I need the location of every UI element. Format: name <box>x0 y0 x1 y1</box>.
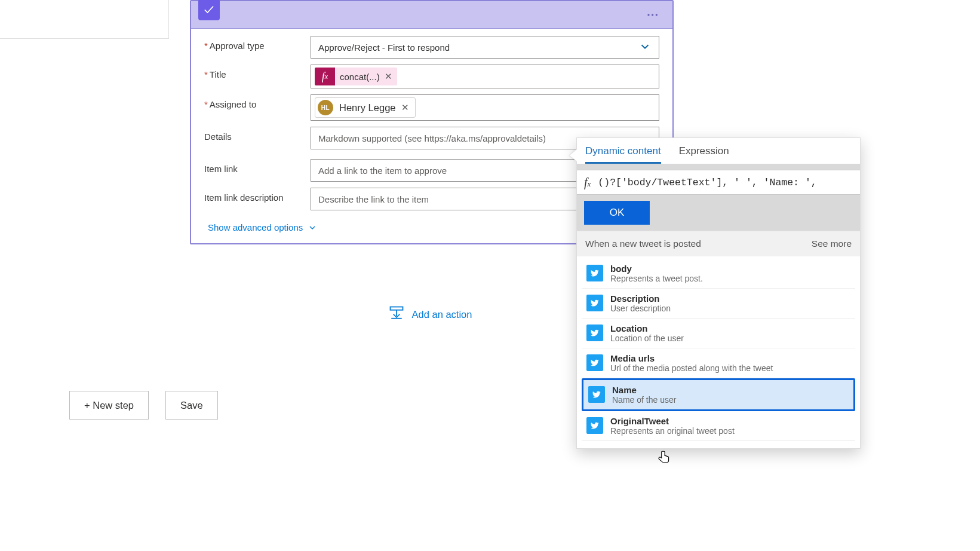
dyn-item-name[interactable]: NameName of the user <box>582 378 855 411</box>
label-approval-type: *Approval type <box>204 36 311 51</box>
remove-person-icon[interactable]: ✕ <box>401 102 409 113</box>
dyn-item-title: OriginalTweet <box>610 416 850 426</box>
twitter-icon <box>586 295 603 311</box>
label-details: Details <box>204 127 311 142</box>
cursor-icon <box>656 449 672 467</box>
dyn-item-location[interactable]: LocationLocation of the user <box>582 319 855 348</box>
twitter-icon <box>586 354 603 371</box>
save-button[interactable]: Save <box>165 391 218 420</box>
show-advanced-toggle[interactable]: Show advanced options <box>208 222 317 232</box>
person-token[interactable]: HL Henry Legge ✕ <box>315 97 416 118</box>
dynamic-section-header: When a new tweet is posted See more <box>577 231 860 256</box>
fx-badge-icon: fx <box>315 68 335 85</box>
svg-point-1 <box>652 14 653 16</box>
dyn-item-title: Description <box>610 293 850 304</box>
fx-token[interactable]: fx concat(...) ✕ <box>315 68 397 85</box>
approval-icon <box>198 0 220 20</box>
dyn-item-desc: Url of the media posted along with the t… <box>610 363 850 373</box>
dyn-item-desc: User description <box>610 304 850 313</box>
title-field[interactable]: fx concat(...) ✕ <box>311 65 659 88</box>
dyn-item-desc: Represents a tweet post. <box>610 274 850 283</box>
twitter-icon <box>586 325 603 341</box>
chevron-down-icon <box>638 40 652 55</box>
fx-icon: fx <box>584 176 591 189</box>
remove-token-icon[interactable]: ✕ <box>385 71 392 82</box>
expression-popout: Dynamic content Expression fx ()?['body/… <box>576 137 861 449</box>
dyn-item-title: Media urls <box>610 353 850 363</box>
card-menu-icon[interactable] <box>646 10 665 20</box>
expression-input[interactable]: fx ()?['body/TweetText'], ' ', 'Name: ', <box>577 170 860 195</box>
twitter-icon <box>588 386 605 403</box>
dyn-item-body[interactable]: bodyRepresents a tweet post. <box>582 259 855 289</box>
tab-expression[interactable]: Expression <box>679 145 729 164</box>
svg-point-2 <box>656 14 658 16</box>
see-more-link[interactable]: See more <box>812 238 852 249</box>
dyn-item-desc: Location of the user <box>610 333 850 343</box>
card-header[interactable] <box>191 1 672 29</box>
dyn-item-title: Name <box>612 385 849 395</box>
ok-button[interactable]: OK <box>584 201 650 225</box>
dyn-item-title: body <box>610 264 850 274</box>
new-step-button[interactable]: + New step <box>69 391 149 420</box>
label-item-link: Item link <box>204 159 311 174</box>
svg-point-0 <box>647 14 649 16</box>
dyn-item-desc: Represents an original tweet post <box>610 426 850 436</box>
dyn-item-originaltweet[interactable]: OriginalTweetRepresents an original twee… <box>582 411 855 441</box>
label-item-link-desc: Item link description <box>204 188 311 203</box>
tab-dynamic-content[interactable]: Dynamic content <box>585 145 661 164</box>
dyn-item-title: Location <box>610 323 850 333</box>
svg-rect-3 <box>390 307 403 310</box>
add-action-button[interactable]: Add an action <box>388 305 472 324</box>
dyn-item-desc: Name of the user <box>612 395 849 405</box>
avatar: HL <box>318 100 333 115</box>
dyn-item-media-urls[interactable]: Media urlsUrl of the media posted along … <box>582 348 855 378</box>
chevron-down-icon <box>308 223 317 232</box>
label-title: *Title <box>204 65 311 79</box>
label-assigned-to: *Assigned to <box>204 94 311 109</box>
approval-type-dropdown[interactable]: Approve/Reject - First to respond <box>311 36 659 59</box>
bottom-buttons: + New step Save <box>69 391 218 420</box>
dyn-item-description[interactable]: DescriptionUser description <box>582 289 855 319</box>
twitter-icon <box>586 417 603 434</box>
twitter-icon <box>586 265 603 281</box>
add-action-icon <box>388 305 405 324</box>
assigned-to-field[interactable]: HL Henry Legge ✕ <box>311 94 659 121</box>
